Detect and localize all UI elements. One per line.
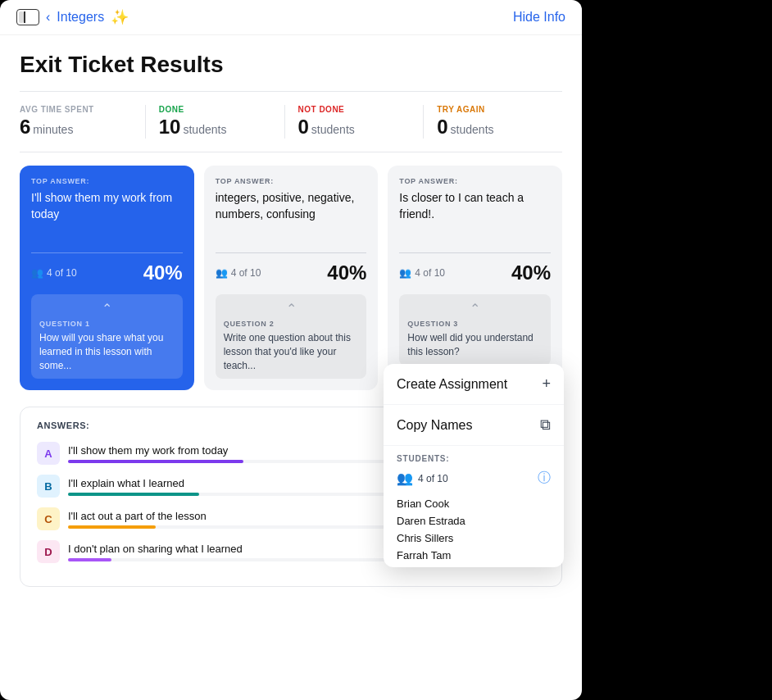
answer-letter-b: B	[37, 475, 60, 498]
copy-names-item[interactable]: Copy Names ⧉	[384, 405, 564, 446]
stat-not-done: NOT DONE 0students	[298, 105, 425, 139]
stat-done: DONE 10students	[159, 105, 285, 139]
stat-avg-time: AVG TIME SPENT 6minutes	[20, 105, 146, 139]
students-info-icon: ⓘ	[538, 470, 551, 487]
card1-question-section: ⌃ QUESTION 1 How will you share what you…	[31, 294, 183, 379]
back-button[interactable]: Integers	[57, 10, 104, 25]
create-assignment-label: Create Assignment	[397, 377, 507, 392]
card1-question-text: How will you share what you learned in t…	[39, 331, 175, 372]
card1-question-num: QUESTION 1	[39, 320, 175, 328]
answer-bar-c	[68, 525, 156, 529]
top-bar: ‹ Integers ✨ Hide Info	[0, 0, 582, 35]
answer-bar-b	[68, 493, 199, 496]
card2-question-num: QUESTION 2	[224, 320, 359, 328]
card2-stats-row: 👥 4 of 10 40%	[216, 261, 367, 284]
card2-top-answer-label: TOP ANSWER:	[216, 177, 367, 185]
card1-top-answer-label: TOP ANSWER:	[31, 177, 183, 185]
card2-question-text: Write one question about this lesson tha…	[224, 331, 359, 372]
card2-student-count: 👥 4 of 10	[216, 267, 261, 279]
card3-top-answer-text: Is closer to I can teach a friend!.	[399, 190, 551, 236]
page-title: Exit Ticket Results	[20, 52, 562, 78]
card3-percent: 40%	[511, 261, 551, 284]
card2-divider	[216, 252, 367, 253]
stat-avg-time-label: AVG TIME SPENT	[20, 105, 132, 114]
card3-top-answer-label: TOP ANSWER:	[399, 177, 551, 185]
sidebar-toggle-button[interactable]	[16, 9, 39, 25]
card3-divider	[399, 252, 551, 253]
copy-names-label: Copy Names	[397, 418, 472, 433]
stats-row: AVG TIME SPENT 6minutes DONE 10students …	[20, 105, 562, 139]
card2-question-section: ⌃ QUESTION 2 Write one question about th…	[216, 294, 367, 379]
hide-info-button[interactable]: Hide Info	[513, 10, 565, 25]
question-card-1[interactable]: TOP ANSWER: I'll show them my work from …	[20, 166, 194, 390]
answer-letter-c: C	[37, 507, 60, 530]
stat-avg-time-value: 6minutes	[20, 116, 132, 139]
card3-question-num: QUESTION 3	[407, 320, 543, 328]
card3-student-count: 👥 4 of 10	[399, 267, 445, 279]
card1-stats-row: 👥 4 of 10 40%	[31, 261, 183, 284]
card2-people-icon: 👥	[216, 267, 228, 279]
stat-not-done-label: NOT DONE	[298, 105, 411, 114]
create-assignment-item[interactable]: Create Assignment +	[384, 364, 564, 405]
card3-question-text: How well did you understand this lesson?	[407, 331, 543, 359]
card2-percent: 40%	[327, 261, 366, 284]
question-card-2[interactable]: TOP ANSWER: integers, positive, negative…	[204, 166, 379, 390]
card2-top-answer-text: integers, positive, negative, numbers, c…	[216, 190, 367, 236]
stats-divider	[20, 152, 562, 152]
card1-divider	[31, 252, 183, 253]
card3-stats-row: 👥 4 of 10 40%	[399, 261, 551, 284]
card3-question-section: ⌃ QUESTION 3 How well did you understand…	[399, 294, 551, 366]
stat-done-label: DONE	[159, 105, 271, 114]
answer-letter-a: A	[37, 442, 60, 465]
students-count-text: 4 of 10	[418, 473, 448, 484]
students-count-row: 👥 4 of 10 ⓘ	[397, 470, 551, 487]
card3-arrow-icon: ⌃	[407, 301, 543, 316]
question-cards: TOP ANSWER: I'll show them my work from …	[20, 166, 562, 390]
stat-try-again-value: 0students	[437, 116, 549, 139]
students-label: STUDENTS:	[397, 454, 551, 463]
stat-try-again: TRY AGAIN 0students	[437, 105, 562, 139]
card2-arrow-icon: ⌃	[224, 301, 359, 316]
card1-people-icon: 👥	[31, 267, 43, 279]
sidebar-toggle-icon	[19, 11, 24, 23]
stat-try-again-label: TRY AGAIN	[437, 105, 549, 114]
answer-bar-d	[68, 558, 111, 561]
student-name-3: Chris Sillers	[397, 530, 551, 547]
question-card-3[interactable]: TOP ANSWER: Is closer to I can teach a f…	[388, 166, 562, 390]
title-divider	[20, 91, 562, 92]
answer-letter-d: D	[37, 540, 60, 563]
top-bar-left: ‹ Integers ✨	[16, 8, 129, 26]
copy-icon: ⧉	[540, 416, 551, 434]
card1-top-answer-text: I'll show them my work from today	[31, 190, 183, 236]
dropdown-popup: Create Assignment + Copy Names ⧉ STUDENT…	[384, 364, 564, 567]
stat-done-value: 10students	[159, 116, 271, 139]
card1-percent: 40%	[143, 261, 183, 284]
plus-icon: +	[542, 375, 551, 393]
sparkle-icon: ✨	[111, 8, 129, 26]
students-section: STUDENTS: 👥 4 of 10 ⓘ Brian Cook Daren E…	[384, 446, 564, 567]
students-people-icon: 👥	[397, 470, 413, 486]
card1-arrow-icon: ⌃	[39, 301, 175, 316]
student-name-2: Daren Estrada	[397, 512, 551, 530]
card3-people-icon: 👥	[399, 267, 411, 279]
answer-bar-a	[68, 460, 243, 463]
student-name-4: Farrah Tam	[397, 547, 551, 564]
student-name-1: Brian Cook	[397, 495, 551, 512]
card1-student-count: 👥 4 of 10	[31, 267, 77, 279]
back-chevron-icon: ‹	[46, 10, 50, 25]
stat-not-done-value: 0students	[298, 116, 411, 139]
